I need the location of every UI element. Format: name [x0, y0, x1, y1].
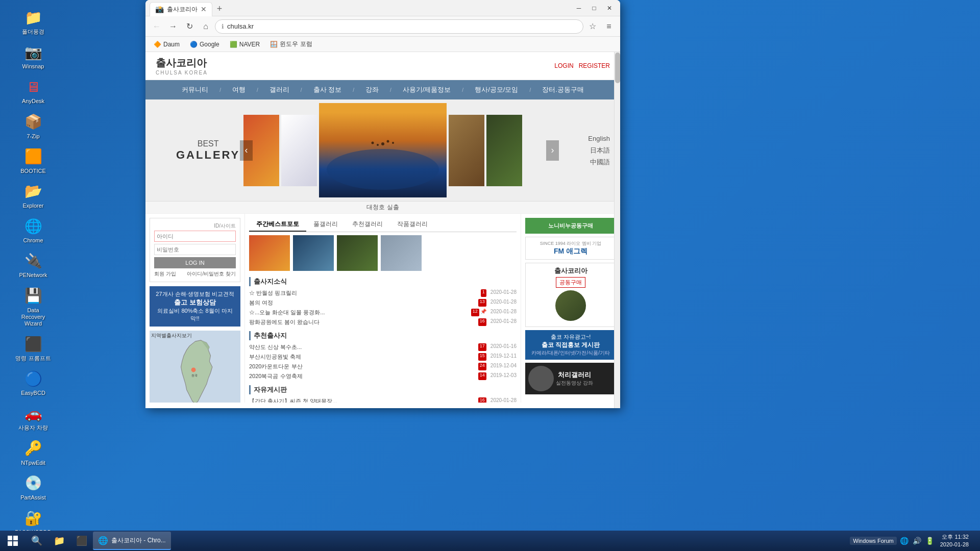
desktop-icon-penetwork[interactable]: 🔌 PENetwork [13, 248, 54, 281]
news-list-recommend: 약산도 신상 복수초... 17 2020-01-16 부산시민공원빛 축제 1… [249, 342, 517, 381]
desktop-icon-winsnap[interactable]: 📷 Winsnap [13, 40, 54, 72]
tab-recommend-gallery[interactable]: 추천갤러리 [345, 218, 390, 232]
login-link[interactable]: LOGIN [554, 62, 573, 69]
show-desktop-button[interactable] [976, 531, 980, 551]
battery-tray-icon[interactable]: 🔋 [924, 536, 935, 546]
right-ads: 노니비누공동구매 SINCE 1994 라이오 엠비 기업 FM 애그렉 출사코… [521, 214, 620, 403]
news-item[interactable]: 2020복극곰 수영축제 14 2019-12-03 [249, 371, 517, 381]
desktop-icon-easybcd[interactable]: 🔵 EasyBCD [13, 366, 54, 398]
lang-chinese[interactable]: 中國語 [588, 156, 610, 168]
minimize-button[interactable]: ─ [572, 3, 585, 13]
scrollbar-thumb[interactable] [615, 53, 620, 83]
close-button[interactable]: ✕ [603, 3, 616, 13]
gallery-img-main[interactable] [319, 103, 447, 197]
nav-usage[interactable]: 사용기/제품정보 [391, 80, 462, 99]
tab-full-gallery[interactable]: 풀갤러리 [306, 218, 345, 232]
taskbar-explorer-button[interactable]: 📁 [49, 532, 69, 550]
website: 출사코리아 CHULSA KOREA LOGIN REGISTER 커뮤니티 /… [145, 52, 620, 408]
taskbar-running-apps: 🌐 출사코리아 - Chro... [93, 531, 846, 551]
tab-close-button[interactable]: ✕ [201, 5, 207, 13]
desktop-icon-partassist[interactable]: 💿 PartAssist [13, 471, 54, 503]
system-clock[interactable]: 오후 11:32 2020-01-28 [937, 533, 972, 549]
ad-chulsa-market[interactable]: 출사코리아 공동구매 [525, 263, 616, 327]
korea-map-svg[interactable]: 전국 [152, 336, 240, 403]
desktop-icon-anydesk[interactable]: 🖥 AnyDesk [13, 74, 54, 107]
news-title: 약산도 신상 복수초... [249, 343, 476, 351]
nav-market[interactable]: 장터.공동구매 [531, 80, 595, 99]
volume-tray-icon[interactable]: 🔊 [912, 536, 922, 546]
tab-work-gallery[interactable]: 작품갤러리 [390, 218, 435, 232]
back-button[interactable]: ← [150, 19, 164, 34]
new-tab-button[interactable]: + [212, 2, 227, 16]
taskbar-search-button[interactable]: 🔍 [27, 532, 47, 550]
browser-menu-button[interactable]: ≡ [602, 19, 616, 34]
lang-japanese[interactable]: 日本語 [588, 144, 610, 156]
network-tray-icon[interactable]: 🌐 [899, 536, 910, 546]
thumb-2[interactable] [293, 235, 334, 271]
news-title: 2020복극곰 수영축제 [249, 372, 476, 380]
join-link[interactable]: 회원 가입 [154, 270, 176, 278]
gallery-prev-button[interactable]: ‹ [240, 140, 253, 161]
start-button[interactable] [0, 531, 26, 551]
nav-lecture[interactable]: 강좌 [354, 80, 390, 99]
desktop-icon-explorer[interactable]: 📂 Explorer [13, 179, 54, 211]
news-item[interactable]: 약산도 신상 복수초... 17 2020-01-16 [249, 342, 517, 352]
news-item[interactable]: 【간단 출사기】씨즌 첫 양태목장... 16 2020-01-28 [249, 396, 517, 403]
pw-input[interactable] [154, 244, 236, 255]
tab-weekly-best[interactable]: 주간베스트포토 [249, 218, 306, 232]
desktop-icon-carview[interactable]: 🚗 사용자 차량 [13, 401, 54, 433]
desktop-icon-chrome[interactable]: 🌐 Chrome [13, 214, 54, 246]
ad-nonibinu[interactable]: 노니비누공동구매 [525, 218, 616, 234]
site-scrollbar[interactable] [614, 52, 620, 408]
gallery-img-2[interactable] [281, 115, 317, 186]
news-item[interactable]: ☆...오늘 화순대 일몰 풍경화... 12 📌 2020-01-28 [249, 308, 517, 317]
lang-english[interactable]: English [588, 132, 610, 144]
gallery-img-3[interactable] [449, 115, 484, 186]
id-input[interactable] [154, 231, 236, 242]
ad-fm[interactable]: SINCE 1994 라이오 엠비 기업 FM 애그렉 [525, 237, 616, 260]
svg-point-0 [327, 149, 439, 190]
news-item[interactable]: ☆ 반월성 핑크릴리 1 2020-01-28 [249, 288, 517, 298]
news-item[interactable]: 봄의 여정 13 2020-01-28 [249, 298, 517, 308]
insurance-banner[interactable]: 27개사 손해·생명보험 비교견적 출고 보험상담 의료실비 80%축소 8월이… [150, 286, 240, 327]
bookmark-google[interactable]: 🔵 Google [186, 40, 224, 49]
login-button[interactable]: LOG IN [154, 257, 236, 268]
news-item[interactable]: 팡화공원에도 봄이 왔습니다 16 2020-01-28 [249, 317, 517, 327]
home-button[interactable]: ⌂ [199, 19, 213, 34]
bookmark-daum[interactable]: 🔶 Daum [150, 40, 184, 49]
taskbar-cmd-button[interactable]: ⬛ [71, 532, 92, 550]
gallery-next-button[interactable]: › [546, 140, 559, 161]
desktop-icon-7zip[interactable]: 📦 7-Zip [13, 110, 54, 142]
desktop-icon-folder[interactable]: 📁 폴더풍경 [13, 5, 54, 37]
thumb-3[interactable] [337, 235, 378, 271]
register-link[interactable]: REGISTER [579, 62, 610, 69]
maximize-button[interactable]: □ [587, 3, 601, 13]
desktop-icon-ntpwedit[interactable]: 🔑 NTpwEdit [13, 436, 54, 468]
refresh-button[interactable]: ↻ [182, 19, 197, 34]
nav-chulsa-info[interactable]: 출사 정보 [302, 80, 353, 99]
forward-button[interactable]: → [166, 19, 180, 34]
nav-community[interactable]: 커뮤니티 [170, 80, 219, 99]
bookmark-winforum[interactable]: 🪟 윈도우 포럼 [266, 39, 316, 49]
url-bar[interactable]: ℹ chulsa.kr [215, 19, 583, 34]
desktop-icon-bootice[interactable]: 🟧 BOOTICE [13, 144, 54, 177]
thumb-4[interactable] [381, 235, 422, 271]
news-item[interactable]: 2020카운트다운 부산 24 2019-12-04 [249, 362, 517, 371]
gallery-img-4[interactable] [486, 115, 522, 186]
bookmark-naver-label: NAVER [239, 41, 260, 48]
nav-travel[interactable]: 여행 [221, 80, 257, 99]
bookmark-naver[interactable]: 🟩 NAVER [226, 40, 264, 49]
windows-forum-tray[interactable]: Windows Forum [850, 537, 896, 545]
desktop-icon-cmd[interactable]: ⬛ 명령 프롬프트 [13, 332, 54, 364]
ad-selfad[interactable]: 출코 자유광고~! 출코 직접홍보 게시판 카메라/대폰/인터넷/가전/식품/기… [525, 330, 616, 360]
news-item[interactable]: 부산시민공원빛 축제 15 2019-12-11 [249, 352, 517, 362]
browser-tab-active[interactable]: 📸 출사코리아 ✕ [150, 2, 212, 16]
nav-gallery[interactable]: 갤러리 [258, 80, 301, 99]
ad-gallery[interactable]: 처리갤러리 실전동영상 강좌 [525, 363, 616, 394]
thumb-1[interactable] [249, 235, 290, 271]
desktop-icon-drw[interactable]: 💾 Data Recovery Wizard [13, 284, 54, 330]
taskbar-app-chrome[interactable]: 🌐 출사코리아 - Chro... [93, 532, 171, 550]
bookmark-star-button[interactable]: ☆ [585, 19, 600, 34]
nav-events[interactable]: 행사/공모/모임 [463, 80, 529, 99]
find-link[interactable]: 아이디/비밀번호 찾기 [187, 270, 236, 278]
